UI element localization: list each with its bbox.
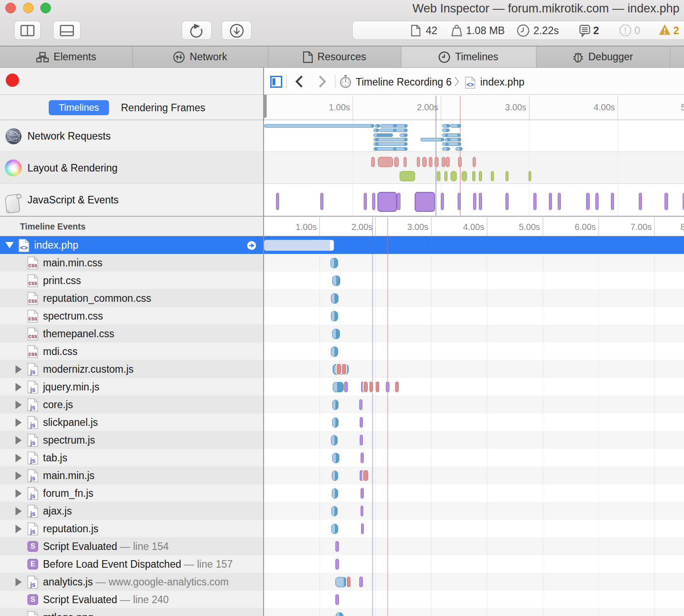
svg-text:js: js: [30, 475, 35, 482]
svg-text:css: css: [28, 280, 37, 286]
svg-text:css: css: [28, 298, 37, 304]
svg-text:js: js: [30, 457, 35, 464]
svg-text:js: js: [30, 510, 35, 517]
svg-text:css: css: [28, 351, 37, 357]
svg-text:js: js: [30, 528, 35, 535]
svg-text:js: js: [30, 404, 35, 411]
svg-text:<>: <>: [20, 244, 28, 251]
svg-text:js: js: [30, 492, 35, 499]
svg-text:css: css: [28, 316, 37, 322]
svg-text:js: js: [30, 439, 35, 446]
svg-text:js: js: [30, 386, 35, 393]
svg-text:js: js: [30, 368, 35, 375]
svg-text:<>: <>: [466, 81, 474, 88]
svg-text:js: js: [30, 581, 35, 588]
svg-text:css: css: [28, 262, 37, 269]
svg-text:css: css: [28, 333, 37, 339]
svg-text:js: js: [30, 421, 35, 429]
